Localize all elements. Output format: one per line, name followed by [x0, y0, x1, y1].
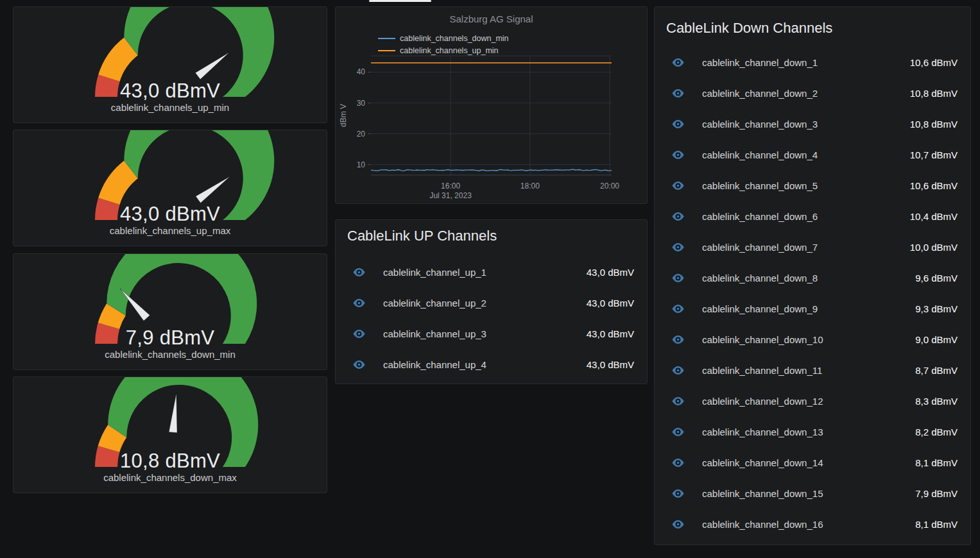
eye-icon[interactable] — [671, 242, 685, 252]
legend-item-up-min[interactable]: cablelink_channels_up_min — [378, 44, 509, 56]
eye-icon[interactable] — [671, 212, 685, 221]
channel-name: cablelink_channel_down_6 — [702, 211, 818, 222]
channel-row: cablelink_channel_down_9 9,3 dBmV — [655, 293, 970, 324]
gauge-label: cablelink_channels_up_min — [13, 102, 327, 113]
gauge-needle — [196, 176, 230, 203]
channel-row: cablelink_channel_down_6 10,4 dBmV — [655, 201, 970, 232]
eye-icon[interactable] — [671, 58, 685, 67]
panel-title[interactable]: CableLink Down Channels — [666, 20, 832, 37]
gauge-value: 10,8 dBmV — [13, 450, 327, 473]
channel-name: cablelink_channel_down_1 — [702, 57, 818, 68]
channel-value: 10,6 dBmV — [910, 57, 958, 68]
channel-name: cablelink_channel_up_3 — [383, 328, 486, 339]
channel-value: 10,7 dBmV — [910, 149, 958, 160]
channel-name: cablelink_channel_down_5 — [702, 180, 818, 191]
channel-name: cablelink_channel_down_10 — [702, 334, 823, 345]
channel-row: cablelink_channel_down_4 10,7 dBmV — [655, 139, 970, 170]
channel-name: cablelink_channel_down_12 — [702, 396, 823, 407]
channel-name: cablelink_channel_up_2 — [383, 298, 486, 309]
channel-name: cablelink_channel_up_1 — [383, 267, 486, 278]
channel-value: 8,1 dBmV — [915, 519, 958, 530]
signal-chart-panel: Salzburg AG Signal cablelink_channels_do… — [335, 6, 648, 204]
channel-value: 9,6 dBmV — [915, 273, 958, 283]
channel-row: cablelink_channel_down_14 8,1 dBmV — [655, 447, 970, 478]
channel-name: cablelink_channel_down_15 — [702, 488, 823, 499]
eye-icon[interactable] — [671, 119, 685, 129]
channel-value: 43,0 dBmV — [587, 298, 634, 309]
gauge-panel-channels-down-max: 10,8 dBmV cablelink_channels_down_max — [13, 376, 327, 493]
channel-list: cablelink_channel_down_1 10,6 dBmV cable… — [655, 47, 970, 539]
channel-row: cablelink_channel_down_8 9,6 dBmV — [655, 262, 970, 293]
channel-value: 10,8 dBmV — [910, 88, 958, 99]
channel-value: 9,3 dBmV — [915, 303, 958, 314]
channel-name: cablelink_channel_down_14 — [702, 457, 823, 468]
eye-icon[interactable] — [671, 366, 685, 375]
eye-icon[interactable] — [671, 520, 685, 529]
gauge-needle — [169, 393, 177, 432]
gauge-panel-channels-up-max: 43,0 dBmV cablelink_channels_up_max — [13, 130, 327, 246]
x-tick-label: 18:00 — [520, 182, 540, 190]
channel-row: cablelink_channel_down_16 8,1 dBmV — [655, 509, 970, 539]
channel-row: cablelink_channel_down_7 10,0 dBmV — [655, 232, 970, 262]
channel-name: cablelink_channel_down_16 — [702, 519, 823, 530]
channel-row: cablelink_channel_down_5 10,6 dBmV — [655, 170, 970, 201]
gauge-value: 7,9 dBmV — [13, 326, 327, 350]
channel-row: cablelink_channel_down_11 8,7 dBmV — [655, 355, 970, 385]
eye-icon[interactable] — [352, 298, 366, 308]
gauge-value: 43,0 dBmV — [13, 203, 327, 226]
series-color-swatch — [378, 50, 395, 51]
panel-title[interactable]: CableLink UP Channels — [347, 228, 497, 244]
eye-icon[interactable] — [671, 304, 685, 314]
channel-value: 8,2 dBmV — [915, 427, 958, 437]
eye-icon[interactable] — [671, 335, 685, 344]
channel-name: cablelink_channel_down_3 — [702, 119, 818, 130]
x-tick-label: 20:00 — [600, 182, 619, 190]
channel-row: cablelink_channel_down_13 8,2 dBmV — [655, 416, 970, 447]
up-channels-panel: CableLink UP Channels cablelink_channel_… — [335, 219, 648, 384]
eye-icon[interactable] — [671, 181, 685, 190]
eye-icon[interactable] — [671, 489, 685, 498]
channel-name: cablelink_channel_down_2 — [702, 88, 818, 99]
channel-value: 10,6 dBmV — [910, 180, 958, 191]
channel-row: cablelink_channel_up_4 43,0 dBmV — [336, 349, 647, 380]
channel-value: 10,4 dBmV — [910, 211, 958, 222]
channel-row: cablelink_channel_down_1 10,6 dBmV — [655, 47, 970, 78]
eye-icon[interactable] — [352, 360, 366, 369]
channel-value: 43,0 dBmV — [587, 328, 634, 339]
channel-name: cablelink_channel_down_8 — [702, 273, 818, 283]
eye-icon[interactable] — [352, 329, 366, 339]
scroll-indicator[interactable] — [369, 0, 431, 2]
y-tick-label: 30 — [357, 99, 366, 108]
gauge-label: cablelink_channels_down_max — [13, 472, 327, 483]
channel-list: cablelink_channel_up_1 43,0 dBmV cableli… — [336, 257, 647, 380]
channel-name: cablelink_channel_up_4 — [383, 359, 486, 370]
channel-value: 10,8 dBmV — [910, 119, 958, 130]
channel-row: cablelink_channel_up_3 43,0 dBmV — [336, 318, 647, 349]
channel-name: cablelink_channel_down_13 — [702, 427, 823, 437]
eye-icon[interactable] — [671, 396, 685, 406]
gauge-needle — [195, 52, 229, 79]
channel-value: 43,0 dBmV — [587, 267, 634, 278]
legend-item-down-min[interactable]: cablelink_channels_down_min — [378, 32, 509, 44]
channel-row: cablelink_channel_up_1 43,0 dBmV — [336, 257, 647, 287]
gauge-label: cablelink_channels_up_max — [13, 225, 327, 236]
eye-icon[interactable] — [671, 458, 685, 468]
gauge-value: 43,0 dBmV — [13, 80, 327, 103]
series-color-swatch — [378, 38, 395, 39]
eye-icon[interactable] — [352, 267, 366, 277]
channel-row: cablelink_channel_up_2 43,0 dBmV — [336, 287, 647, 318]
down-channels-panel: CableLink Down Channels cablelink_channe… — [654, 6, 971, 545]
eye-icon[interactable] — [671, 427, 685, 437]
channel-row: cablelink_channel_down_15 7,9 dBmV — [655, 478, 970, 509]
legend-series-name: cablelink_channels_down_min — [400, 34, 509, 43]
eye-icon[interactable] — [671, 89, 685, 98]
chart-legend: cablelink_channels_down_min cablelink_ch… — [378, 32, 509, 56]
eye-icon[interactable] — [671, 150, 685, 160]
eye-icon[interactable] — [671, 273, 685, 283]
channel-row: cablelink_channel_down_3 10,8 dBmV — [655, 108, 970, 139]
channel-name: cablelink_channel_down_11 — [702, 365, 822, 376]
x-tick-label: 16:00 — [441, 182, 460, 190]
gauge-panel-channels-up-min: 43,0 dBmV cablelink_channels_up_min — [13, 6, 327, 123]
x-axis-date-label: Jul 31, 2023 — [429, 191, 472, 200]
channel-value: 43,0 dBmV — [587, 359, 634, 370]
